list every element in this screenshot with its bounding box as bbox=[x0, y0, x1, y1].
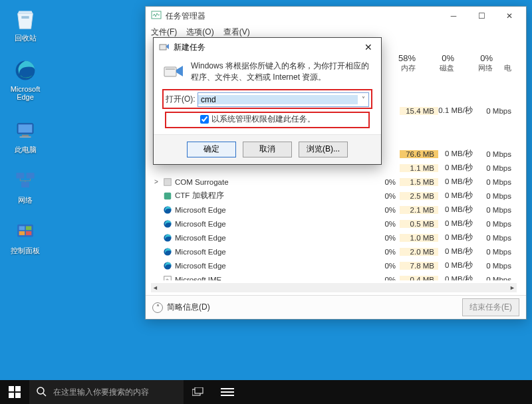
recycle-bin-icon bbox=[12, 5, 39, 32]
memory-cell: 0.4 MB bbox=[400, 276, 438, 281]
cpu-cell: 0% bbox=[361, 192, 400, 200]
task-manager-titlebar[interactable]: 任务管理器 ─ ☐ ✕ bbox=[146, 7, 526, 25]
network-cell: 0 Mbps bbox=[477, 276, 515, 281]
admin-checkbox[interactable] bbox=[200, 115, 209, 124]
process-icon bbox=[162, 191, 174, 201]
cpu-cell: 0% bbox=[361, 178, 400, 186]
col-memory[interactable]: 58% 内存 bbox=[381, 53, 420, 73]
end-task-button[interactable]: 结束任务(E) bbox=[462, 298, 519, 316]
network-icon bbox=[12, 167, 39, 194]
memory-cell: 1.0 MB bbox=[400, 234, 438, 242]
desktop-icon-label: 此电脑 bbox=[4, 145, 47, 155]
memory-cell: 76.6 MB bbox=[400, 150, 438, 158]
chevron-down-icon[interactable]: ˅ bbox=[358, 96, 368, 103]
close-button[interactable]: ✕ bbox=[495, 7, 523, 25]
task-manager-icon bbox=[151, 10, 162, 23]
desktop-icon-control-panel[interactable]: 控制面板 bbox=[4, 218, 47, 256]
dialog-titlebar[interactable]: 新建任务 ✕ bbox=[154, 38, 381, 56]
horizontal-scrollbar[interactable]: ◄ ► bbox=[151, 283, 517, 292]
process-name: Microsoft IME bbox=[174, 276, 361, 281]
cpu-cell: 0% bbox=[361, 248, 400, 256]
menu-options[interactable]: 选项(O) bbox=[186, 27, 213, 38]
col-disk[interactable]: 0% 磁盘 bbox=[420, 53, 458, 73]
edge-icon bbox=[12, 57, 39, 84]
svg-rect-5 bbox=[20, 136, 31, 138]
desktop-icon-label: 网络 bbox=[4, 195, 47, 205]
disk-cell: 0 MB/秒 bbox=[438, 233, 477, 243]
cancel-button[interactable]: 取消 bbox=[243, 142, 292, 157]
desktop-icon-label: 回收站 bbox=[4, 33, 47, 43]
column-headers: 58% 内存 0% 磁盘 0% 网络 电 bbox=[381, 53, 515, 73]
desktop-icon-label: 控制面板 bbox=[4, 246, 47, 256]
admin-checkbox-label[interactable]: 以系统管理权限创建此任务。 bbox=[200, 114, 369, 125]
svg-rect-35 bbox=[221, 388, 234, 389]
dialog-title: 新建任务 bbox=[174, 42, 205, 53]
process-icon bbox=[162, 219, 174, 229]
process-name: COM Surrogate bbox=[174, 178, 361, 186]
process-row[interactable]: >COM Surrogate0%1.5 MB0 MB/秒0 Mbps bbox=[151, 175, 526, 189]
memory-cell: 1.1 MB bbox=[400, 164, 438, 172]
this-pc-icon bbox=[12, 117, 39, 144]
taskbar-search[interactable]: 在这里输入你要搜索的内容 bbox=[29, 380, 184, 404]
menu-file[interactable]: 文件(F) bbox=[151, 27, 177, 38]
disk-cell: 0.1 MB/秒 bbox=[438, 106, 477, 116]
browse-button[interactable]: 浏览(B)... bbox=[299, 142, 348, 157]
svg-rect-13 bbox=[26, 231, 32, 235]
control-panel-icon bbox=[12, 218, 39, 245]
svg-rect-4 bbox=[22, 135, 29, 137]
process-name: CTF 加载程序 bbox=[174, 191, 361, 201]
disk-cell: 0 MB/秒 bbox=[438, 247, 477, 256]
taskbar-app-1[interactable] bbox=[213, 380, 242, 404]
svg-rect-28 bbox=[15, 386, 21, 391]
admin-checkbox-row: 以系统管理权限创建此任务。 bbox=[166, 112, 369, 128]
process-row[interactable]: あMicrosoft IME0%0.4 MB0 MB/秒0 Mbps bbox=[151, 272, 526, 280]
menu-view[interactable]: 查看(V) bbox=[223, 27, 250, 38]
process-row[interactable]: Microsoft Edge0%2.1 MB0 MB/秒0 Mbps bbox=[151, 203, 526, 217]
disk-cell: 0 MB/秒 bbox=[438, 260, 477, 270]
process-row[interactable]: Microsoft Edge0%2.0 MB0 MB/秒0 Mbps bbox=[151, 245, 526, 258]
memory-cell: 2.5 MB bbox=[400, 192, 438, 200]
minimize-button[interactable]: ─ bbox=[440, 7, 467, 25]
start-button[interactable] bbox=[0, 380, 29, 404]
maximize-button[interactable]: ☐ bbox=[467, 7, 495, 25]
chevron-up-icon: ˄ bbox=[152, 302, 163, 313]
network-cell: 0 Mbps bbox=[477, 150, 515, 158]
network-cell: 0 Mbps bbox=[477, 206, 515, 214]
taskbar: 在这里输入你要搜索的内容 bbox=[0, 380, 532, 404]
disk-cell: 0 MB/秒 bbox=[438, 149, 477, 159]
desktop-icon-network[interactable]: 网络 bbox=[4, 167, 47, 205]
process-row[interactable]: Microsoft Edge0%1.0 MB0 MB/秒0 Mbps bbox=[151, 231, 526, 245]
task-manager-menu: 文件(F) 选项(O) 查看(V) bbox=[146, 25, 526, 39]
open-input[interactable] bbox=[198, 95, 358, 104]
col-extra[interactable]: 电 bbox=[497, 53, 515, 73]
cpu-cell: 0% bbox=[361, 206, 400, 214]
col-network[interactable]: 0% 网络 bbox=[458, 53, 497, 73]
ok-button[interactable]: 确定 bbox=[187, 142, 236, 157]
memory-cell: 0.5 MB bbox=[400, 220, 438, 228]
desktop-icon-recycle-bin[interactable]: 回收站 bbox=[4, 5, 47, 43]
network-cell: 0 Mbps bbox=[477, 248, 515, 256]
open-combobox[interactable]: ˅ bbox=[198, 92, 369, 107]
desktop-icon-edge[interactable]: Microsoft Edge bbox=[4, 57, 47, 101]
process-row[interactable]: Microsoft Edge0%0.5 MB0 MB/秒0 Mbps bbox=[151, 217, 526, 231]
cpu-cell: 0% bbox=[361, 276, 400, 281]
scroll-left-icon[interactable]: ◄ bbox=[152, 284, 158, 291]
cpu-cell: 0% bbox=[361, 234, 400, 242]
task-view-button[interactable] bbox=[184, 380, 213, 404]
cpu-cell: 0% bbox=[361, 262, 400, 270]
task-manager-footer: ˄ 简略信息(D) 结束任务(E) bbox=[146, 295, 526, 319]
memory-cell: 2.0 MB bbox=[400, 248, 438, 256]
disk-cell: 0 MB/秒 bbox=[438, 274, 477, 280]
open-input-row: 打开(O): ˅ bbox=[163, 90, 372, 108]
svg-rect-0 bbox=[21, 16, 29, 19]
open-label: 打开(O): bbox=[166, 94, 198, 105]
expand-icon[interactable]: > bbox=[151, 178, 162, 185]
process-row[interactable]: CTF 加载程序0%2.5 MB0 MB/秒0 Mbps bbox=[151, 189, 526, 203]
svg-text:あ: あ bbox=[165, 277, 170, 280]
scroll-right-icon[interactable]: ► bbox=[509, 284, 515, 291]
disk-cell: 0 MB/秒 bbox=[438, 177, 477, 187]
process-row[interactable]: Microsoft Edge0%7.8 MB0 MB/秒0 Mbps bbox=[151, 258, 526, 272]
desktop-icon-this-pc[interactable]: 此电脑 bbox=[4, 117, 47, 155]
dialog-close-button[interactable]: ✕ bbox=[360, 40, 377, 54]
fewer-details-button[interactable]: ˄ 简略信息(D) bbox=[152, 302, 210, 313]
